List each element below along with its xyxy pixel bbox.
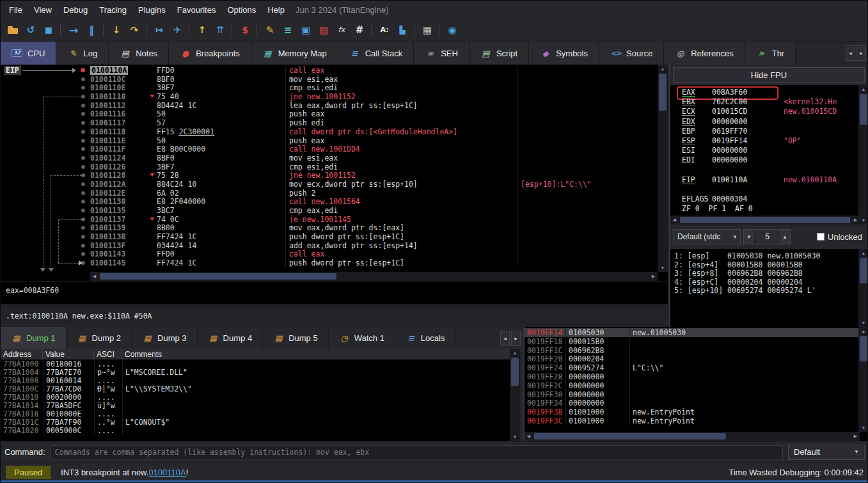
stack-arg-line[interactable]: 4: [esp+C] 00000204 00000204 (674, 278, 860, 287)
restart-icon[interactable] (22, 22, 39, 38)
run-to-user-code-icon[interactable] (212, 22, 228, 38)
view-tab[interactable]: Memory Map (251, 42, 338, 65)
breakpoint-dot[interactable] (81, 77, 85, 81)
dump-row[interactable]: 77BA100800160014.... (1, 376, 510, 384)
dump-tab[interactable]: Dump 2 (67, 327, 132, 349)
stack-arg-line[interactable]: 5: [esp+10] 00695274 00695274 L' (674, 286, 860, 295)
disasm-row[interactable]: 01001143FFD0call eax (1, 249, 657, 258)
dump-row[interactable]: 77BA10180010000E.... (1, 409, 510, 418)
breakpoint-dot[interactable] (81, 200, 85, 203)
breakpoint-dot[interactable] (81, 173, 85, 177)
disasm-row[interactable]: 0100112E6A 02push 2 (1, 189, 657, 198)
breakpoint-dot[interactable] (81, 139, 85, 143)
stack-vertical-scrollbar[interactable]: ▲▼ (858, 327, 868, 432)
dump-tabs-scroll-left-button[interactable]: ◂ (500, 331, 510, 346)
stack-row[interactable]: 0019FF1401005030new.01005030 (525, 328, 858, 337)
breakpoint-dot[interactable] (81, 252, 85, 256)
breakpoint-dot[interactable] (81, 86, 85, 90)
patch-icon[interactable] (315, 22, 332, 38)
view-tab[interactable]: Breakpoints (169, 42, 251, 65)
view-tab[interactable]: SEH (414, 42, 470, 65)
stack-row[interactable]: 0019FF2000000204 (525, 354, 858, 363)
hide-debugger-icon[interactable] (237, 22, 253, 38)
dump-tab[interactable]: Dump 5 (263, 327, 329, 349)
fill-icon[interactable] (280, 22, 296, 38)
step-over-icon[interactable] (126, 22, 143, 38)
register-row[interactable]: EFLAGS00000304 (670, 194, 860, 204)
stack-row[interactable]: 0019FF3000000000 (525, 390, 858, 399)
disasm-row[interactable]: 010011398B00mov eax,dword ptr ds:[eax] (1, 223, 657, 232)
breakpoint-dot[interactable] (81, 218, 85, 221)
breakpoint-dot[interactable] (81, 112, 85, 116)
breakpoint-dot[interactable] (81, 104, 85, 107)
disasm-row[interactable]: 010011248BF0mov esi,eax (1, 154, 657, 162)
spinner-up-button[interactable]: ▲ (780, 230, 790, 244)
scrollbar-thumb[interactable] (100, 273, 336, 280)
register-row[interactable]: EDX00000000 (670, 117, 860, 127)
disasm-row[interactable]: 010011128D4424 1Clea eax,dword ptr ss:[e… (1, 101, 657, 110)
stack-horizontal-scrollbar[interactable]: ◀▶ (525, 432, 860, 441)
pause-icon[interactable] (83, 22, 100, 38)
dump-row[interactable]: 77BA100000180016.... (1, 360, 510, 368)
menu-item[interactable]: Help (262, 3, 290, 17)
tabs-scroll-left-button[interactable]: ◂ (846, 45, 855, 61)
view-tab[interactable]: Call Stack (338, 42, 414, 65)
scroll-up-arrow[interactable]: ▲ (858, 85, 868, 93)
register-row[interactable]: ESI00000000 (670, 146, 860, 155)
menu-item[interactable]: Options (221, 3, 262, 17)
registers-horizontal-scrollbar[interactable]: ◀▶ (670, 216, 860, 225)
dump-vertical-scrollbar[interactable]: ▲▼ (510, 349, 520, 441)
disasm-row[interactable]: 0100110AFFD0call eax (1, 66, 657, 75)
stack-arg-line[interactable]: 1: [esp] 01005030 new.01005030 (674, 251, 860, 260)
stack-row[interactable]: 0019FF2400695274L"C:\\" (525, 363, 858, 372)
command-input[interactable] (51, 445, 783, 459)
run-to-cursor-icon[interactable] (151, 22, 168, 38)
scroll-up-arrow[interactable]: ▲ (858, 249, 868, 257)
view-tab[interactable]: References (664, 42, 745, 65)
disasm-row[interactable]: 0100113F034424 14add eax,dword ptr ss:[e… (1, 241, 657, 250)
run-icon[interactable] (65, 22, 82, 38)
arguments-vertical-scrollbar[interactable]: ▲▼ (858, 249, 868, 327)
view-tab[interactable]: Log (56, 42, 109, 65)
argument-count-spinner[interactable]: ▼5▲ (743, 229, 791, 244)
disasm-row[interactable]: 0100113774 0Cje new.1001145 (1, 215, 657, 224)
scroll-right-arrow[interactable]: ▶ (649, 272, 658, 281)
disasm-row[interactable]: 0100111650push eax (1, 109, 657, 118)
calling-convention-select[interactable]: Default (stdc▼ (673, 229, 741, 244)
breakpoint-dot[interactable] (81, 156, 85, 160)
breakpoint-dot[interactable] (81, 147, 85, 151)
stack-row[interactable]: 0019FF18000015B0 (525, 337, 858, 346)
disasm-row[interactable]: 0100111075 40jne new.1001152 (1, 92, 657, 101)
hash-icon[interactable] (351, 22, 368, 38)
calculator-icon[interactable] (419, 22, 436, 38)
modules-icon[interactable] (394, 22, 411, 38)
view-tab[interactable]: CPU (1, 42, 56, 65)
menu-item[interactable]: Debug (58, 3, 93, 17)
breakpoint-dot[interactable] (81, 95, 85, 99)
register-row[interactable]: EIP0100110Anew.0100110A (670, 175, 860, 185)
breakpoint-address-link[interactable]: 0100110A (148, 468, 185, 477)
dump-tab[interactable]: Dump 4 (198, 327, 264, 349)
spinner-down-button[interactable]: ▼ (744, 230, 754, 244)
dump-column-header[interactable]: ASCI (94, 349, 122, 360)
view-tab[interactable]: Source (599, 42, 664, 65)
scrollbar-thumb[interactable] (860, 336, 867, 361)
breakpoint-dot[interactable] (81, 226, 85, 230)
breakpoint-dot[interactable] (81, 244, 85, 248)
stack-row[interactable]: 0019FF3400000000 (525, 399, 858, 408)
stack-arg-line[interactable]: 3: [esp+8] 006962B8 006962B8 (674, 269, 860, 278)
scrollbar-thumb[interactable] (860, 94, 867, 125)
help-icon[interactable] (444, 22, 461, 38)
register-row[interactable]: EAX008A3F60 (670, 88, 860, 97)
breakpoint-dot[interactable] (81, 68, 85, 72)
step-into-icon[interactable] (108, 22, 125, 38)
scroll-down-arrow[interactable]: ▼ (858, 424, 868, 432)
register-row[interactable]: ZF 0 PF 1 AF 0 (670, 204, 860, 214)
dump-tab[interactable]: Dump 3 (132, 327, 198, 349)
graph-icon[interactable] (333, 22, 350, 38)
copy-pattern-icon[interactable] (297, 22, 314, 38)
scroll-right-arrow[interactable]: ▶ (851, 432, 860, 441)
dump-column-header[interactable]: Value (43, 349, 94, 360)
scrollbar-thumb[interactable] (511, 358, 519, 386)
dump-row[interactable]: 77BA101000020000.... (1, 393, 510, 401)
